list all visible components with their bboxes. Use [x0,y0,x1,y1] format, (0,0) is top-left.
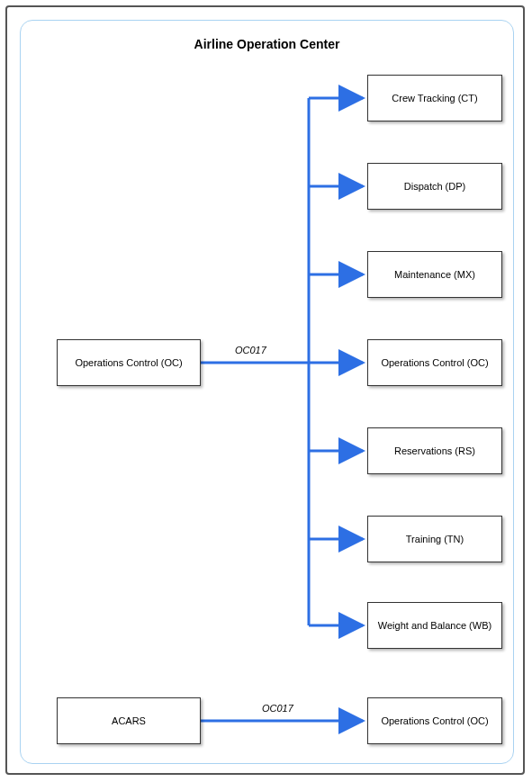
node-label: Weight and Balance (WB) [378,620,491,631]
node-acars: ACARS [57,697,201,744]
edge-label-secondary: OC017 [262,703,293,714]
node-label: Dispatch (DP) [404,181,465,192]
node-operations-control-secondary: Operations Control (OC) [367,697,502,744]
node-label: Reservations (RS) [394,445,475,456]
node-label: ACARS [112,715,146,726]
node-weight-and-balance: Weight and Balance (WB) [367,602,502,649]
node-maintenance: Maintenance (MX) [367,251,502,298]
node-reservations: Reservations (RS) [367,427,502,474]
node-dispatch: Dispatch (DP) [367,163,502,210]
node-label: Operations Control (OC) [381,357,488,368]
node-operations-control: Operations Control (OC) [367,339,502,386]
node-label: Training (TN) [406,534,464,544]
node-label: Operations Control (OC) [381,715,488,726]
outer-frame: Airline Operation Center OC017 [5,5,525,775]
inner-rounded-frame: Airline Operation Center OC017 [20,20,514,764]
node-crew-tracking: Crew Tracking (CT) [367,75,502,121]
node-source-operations-control: Operations Control (OC) [57,339,201,386]
edge-label-main: OC017 [235,345,266,355]
node-label: Operations Control (OC) [75,357,182,368]
node-label: Crew Tracking (CT) [392,93,477,103]
node-training: Training (TN) [367,516,502,562]
arrows-layer [21,21,515,765]
node-label: Maintenance (MX) [394,269,475,280]
